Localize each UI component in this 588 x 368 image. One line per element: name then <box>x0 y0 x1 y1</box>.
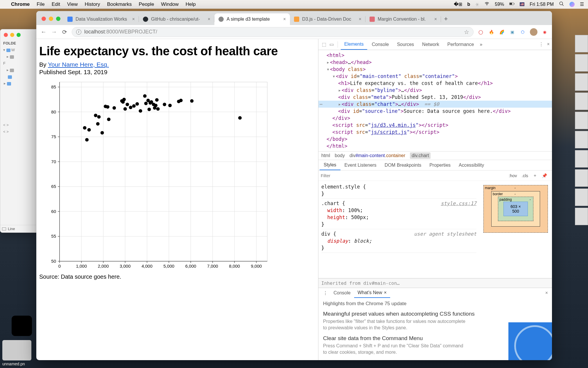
close-icon[interactable]: × <box>283 17 286 22</box>
menu-icon[interactable]: ☰ <box>580 1 584 7</box>
new-tab-button[interactable]: + <box>441 15 451 25</box>
flag-icon[interactable]: 🇺🇸 <box>520 2 524 6</box>
address-bar[interactable]: i localhost:8000/WEBPROJECT/ ☆ <box>72 27 474 37</box>
subtab-accessibility[interactable]: Accessibility <box>455 160 488 170</box>
close-icon[interactable]: × <box>359 17 361 22</box>
svg-point-80 <box>132 104 136 108</box>
menu-history[interactable]: History <box>85 1 100 7</box>
ext-rainbow-icon[interactable]: 🌈 <box>499 29 505 35</box>
bluetooth-icon[interactable]: ⚹ <box>475 2 479 7</box>
svg-point-99 <box>238 116 242 120</box>
ext-red-icon[interactable]: ◉ <box>542 29 548 35</box>
clock[interactable]: Fri 1:58 PM <box>530 2 554 7</box>
tab-d3-template[interactable]: A simple d3 template × <box>214 13 290 25</box>
site-info-icon[interactable]: i <box>76 29 81 35</box>
menubar-app[interactable]: Chrome <box>11 1 30 7</box>
menu-help[interactable]: Help <box>186 1 196 7</box>
box-model: margin - border - padding- 603 × 500 <box>479 181 552 278</box>
extensions: ◯ 🔥 🌈 ▣ ⬡ ◉ <box>478 28 548 36</box>
devtools-tabs: ⬚ ▭ Elements Console Sources Network Per… <box>318 39 552 50</box>
back-button[interactable]: ← <box>40 29 47 35</box>
whatsnew-p1: Properties like "filter" that take funct… <box>323 318 465 331</box>
menu-people[interactable]: People <box>139 1 154 7</box>
svg-point-4 <box>560 2 563 5</box>
subtab-properties[interactable]: Properties <box>425 160 455 170</box>
inspect-icon[interactable]: ⬚ <box>321 42 327 47</box>
dom-tree[interactable]: <html> ▸<head>…</head> ▾<body class> ▾<d… <box>318 50 552 151</box>
styles-pane[interactable]: element.style {} style.css:17 .chart { w… <box>318 181 479 278</box>
close-window-icon[interactable] <box>42 17 46 21</box>
cls-toggle[interactable]: .cls <box>519 173 531 179</box>
tab-network[interactable]: Network <box>419 39 443 50</box>
close-icon[interactable]: × <box>208 17 210 22</box>
hov-toggle[interactable]: :hov <box>506 173 519 179</box>
chrome-tabstrip: Data Visualization Works × GitHub - chri… <box>36 11 552 25</box>
close-icon[interactable]: × <box>434 17 437 22</box>
menu-view[interactable]: View <box>67 1 78 7</box>
svg-text:5,000: 5,000 <box>164 264 175 269</box>
reload-button[interactable]: ⟳ <box>61 29 68 35</box>
tab-margin-convention[interactable]: Margin Convention - bl. × <box>365 13 441 25</box>
tab-d3js[interactable]: D3.js - Data-Driven Doc × <box>290 13 365 25</box>
dock-unnamed-image[interactable] <box>2 340 31 360</box>
svg-point-91 <box>154 104 157 107</box>
style-pin-icon[interactable]: 📌 <box>539 173 550 179</box>
styles-subtabs: Styles Event Listeners DOM Breakpoints P… <box>318 160 552 170</box>
tab-performance[interactable]: Performance <box>444 39 478 50</box>
dropbox-icon[interactable]: �⊞ <box>454 1 462 7</box>
ublock-icon[interactable]: ◯ <box>478 29 484 35</box>
author-link[interactable]: Your Name Here, Esq. <box>48 61 109 68</box>
ext-box-icon[interactable]: ▣ <box>509 29 515 35</box>
svg-text:75: 75 <box>51 134 56 139</box>
siri-icon[interactable] <box>569 2 575 7</box>
subtab-styles[interactable]: Styles <box>320 160 340 170</box>
svg-point-67 <box>96 122 100 126</box>
tab-console[interactable]: Console <box>368 39 392 50</box>
svg-point-66 <box>94 114 97 117</box>
b-icon[interactable]: b <box>467 2 470 7</box>
zoom-window-icon[interactable] <box>56 17 60 21</box>
chrome-window: Data Visualization Works × GitHub - chri… <box>36 11 552 360</box>
menu-window[interactable]: Window <box>161 1 178 7</box>
menu-file[interactable]: File <box>37 1 44 7</box>
dom-breadcrumbs[interactable]: html body div#main-content.container div… <box>318 151 552 160</box>
dock-wanna-cowork[interactable] <box>12 316 32 336</box>
ext-dropbox-icon[interactable]: ⬡ <box>519 29 526 35</box>
forward-button[interactable]: → <box>51 29 57 35</box>
close-icon[interactable]: × <box>132 17 135 22</box>
styles-filter-input[interactable] <box>321 173 506 178</box>
svg-point-77 <box>123 107 127 111</box>
traffic-lights[interactable] <box>40 17 63 25</box>
close-icon[interactable]: × <box>384 290 387 295</box>
drawer-tab-whatsnew[interactable]: What's New × <box>354 288 390 298</box>
svg-text:8,000: 8,000 <box>229 264 240 269</box>
battery-icon[interactable] <box>509 1 514 8</box>
subtab-dom-breakpoints[interactable]: DOM Breakpoints <box>381 160 425 170</box>
tab-github[interactable]: GitHub - chriscanipe/ut- × <box>139 13 214 25</box>
wifi-icon[interactable] <box>484 1 490 8</box>
subtab-event-listeners[interactable]: Event Listeners <box>340 160 381 170</box>
menu-edit[interactable]: Edit <box>52 1 60 7</box>
tab-sources[interactable]: Sources <box>393 39 417 50</box>
device-icon[interactable]: ▭ <box>328 42 335 47</box>
svg-text:6,000: 6,000 <box>185 264 196 269</box>
more-tabs-icon[interactable]: » <box>480 42 482 47</box>
drawer-close-icon[interactable]: × <box>544 290 550 296</box>
spotlight-icon[interactable] <box>559 1 564 8</box>
menu-bookmarks[interactable]: Bookmarks <box>107 1 132 7</box>
ext-fire-icon[interactable]: 🔥 <box>488 29 494 35</box>
devtools-settings-icon[interactable]: ⋮ <box>539 42 544 47</box>
bookmark-star-icon[interactable]: ☆ <box>464 29 469 35</box>
minimize-window-icon[interactable] <box>49 17 53 21</box>
drawer-menu-icon[interactable]: ⋮ <box>321 290 330 296</box>
tab-elements[interactable]: Elements <box>341 39 367 50</box>
battery-percent[interactable]: 59% <box>495 2 504 7</box>
profile-avatar[interactable] <box>530 28 537 36</box>
drawer-tab-console[interactable]: Console <box>330 288 354 298</box>
devtools-close-icon[interactable]: × <box>547 42 550 47</box>
svg-point-82 <box>139 109 142 113</box>
new-style-button[interactable]: ＋ <box>530 172 539 179</box>
svg-point-0 <box>487 5 487 5</box>
tab-data-viz[interactable]: Data Visualization Works × <box>63 13 139 25</box>
page-content: Life expectancy vs. the cost of health c… <box>36 39 318 360</box>
